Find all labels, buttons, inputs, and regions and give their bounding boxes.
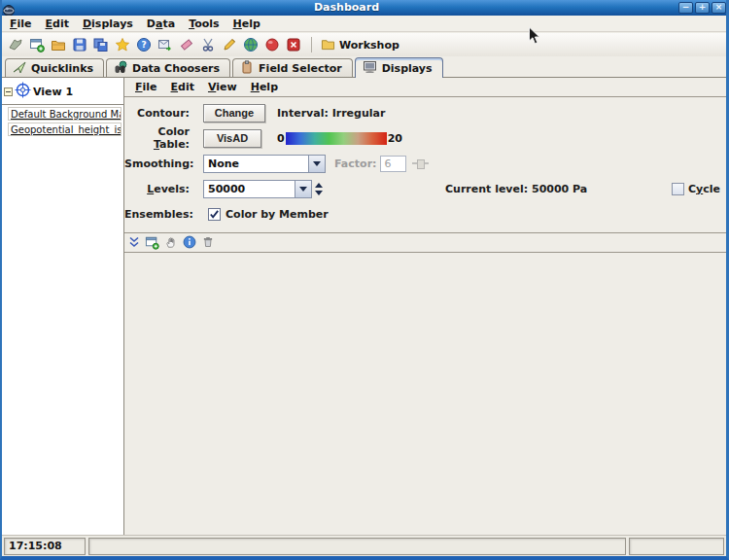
color-range-min: 0 xyxy=(277,132,285,145)
contour-row: Contour: Change Interval: Irregular xyxy=(124,103,720,122)
workshop-label: Workshop xyxy=(339,39,399,52)
contour-interval-text: Interval: Irregular xyxy=(277,107,385,120)
displays-icon xyxy=(363,60,377,77)
levels-label: Levels: xyxy=(124,183,190,195)
panel-menu-view[interactable]: View xyxy=(208,81,237,93)
window-title: Dashboard xyxy=(15,0,678,16)
help-icon[interactable]: ? xyxy=(135,36,153,53)
quicklinks-icon xyxy=(13,60,26,77)
check-icon xyxy=(209,209,220,220)
record-movie-icon[interactable] xyxy=(263,36,281,53)
workshop-button[interactable]: Workshop xyxy=(321,37,399,53)
legend-item-background-maps[interactable]: Default Background Maps xyxy=(8,107,122,121)
color-table-button[interactable]: VisAD xyxy=(203,129,261,148)
color-table-label: Color Table: xyxy=(124,125,190,151)
view-legend-sidebar: View 1 Default Background Maps Geopotent… xyxy=(2,78,124,535)
factor-input[interactable]: 6 xyxy=(380,156,406,172)
cycle-label: Cycle xyxy=(688,183,720,195)
view-compass-icon xyxy=(15,82,31,101)
factor-slider-icon[interactable] xyxy=(412,158,429,168)
menu-file[interactable]: File xyxy=(10,18,32,30)
levels-row: Levels: 50000 Current level: 50000 Pa Cy… xyxy=(124,179,720,198)
cut-icon[interactable] xyxy=(199,36,217,53)
status-bar: 17:15:08 GMT xyxy=(2,535,726,556)
open-file-icon[interactable] xyxy=(50,36,67,53)
new-window-icon[interactable] xyxy=(28,36,46,53)
menu-bar: File Edit Displays Data Tools Help xyxy=(2,16,726,32)
tab-data-choosers[interactable]: Data Choosers xyxy=(106,58,230,77)
info-icon[interactable] xyxy=(182,235,196,250)
smoothing-select[interactable]: None xyxy=(203,155,326,173)
save-favorite-icon[interactable] xyxy=(92,36,110,53)
color-table-preview[interactable] xyxy=(286,132,387,145)
tab-field-selector[interactable]: Field Selector xyxy=(232,58,353,77)
window-controls: − + × xyxy=(678,2,726,14)
current-level-text: Current level: 50000 Pa xyxy=(445,183,587,195)
data-choosers-icon xyxy=(114,60,127,77)
panel-menu-file[interactable]: File xyxy=(135,81,157,93)
menu-edit[interactable]: Edit xyxy=(46,18,69,30)
panel-separator xyxy=(124,252,726,253)
save-icon[interactable] xyxy=(71,36,88,53)
display-control-panel: File Edit View Help Contour: Change Inte… xyxy=(124,78,726,535)
support-request-icon[interactable] xyxy=(156,36,174,53)
menu-help[interactable]: Help xyxy=(233,18,260,30)
menu-data[interactable]: Data xyxy=(147,18,175,30)
workshop-folder-icon xyxy=(321,37,335,53)
dashboard-window: Dashboard − + × File Edit Displays Data … xyxy=(0,0,729,560)
toolbar-separator xyxy=(311,37,312,52)
levels-combobox[interactable]: 50000 xyxy=(203,180,312,198)
panel-menu-help[interactable]: Help xyxy=(251,81,278,93)
content-area: View 1 Default Background Maps Geopotent… xyxy=(2,77,726,535)
delete-trash-icon[interactable] xyxy=(200,235,215,250)
globe-icon[interactable] xyxy=(242,36,260,53)
color-range-max: 20 xyxy=(388,132,402,145)
chevron-down-icon[interactable] xyxy=(295,181,311,197)
pan-hand-icon[interactable] xyxy=(163,235,178,250)
tab-displays[interactable]: Displays xyxy=(355,57,443,78)
tab-bar: Quicklinks Data Choosers Field Selector … xyxy=(2,56,726,77)
choose-data-icon[interactable] xyxy=(7,36,24,53)
cycle-group: Cycle xyxy=(672,183,720,195)
chevron-down-icon[interactable] xyxy=(308,156,325,172)
tree-collapse-icon[interactable] xyxy=(4,88,13,96)
clock-display: 17:15:08 GMT xyxy=(4,538,86,555)
view-tree-node[interactable]: View 1 xyxy=(2,78,123,105)
menu-displays[interactable]: Displays xyxy=(83,18,133,30)
exit-icon[interactable] xyxy=(285,36,302,53)
minimize-button[interactable]: − xyxy=(678,2,693,14)
favorites-star-icon[interactable] xyxy=(114,36,131,53)
ensembles-row: Ensembles: Color by Member xyxy=(124,204,720,224)
tab-quicklinks[interactable]: Quicklinks xyxy=(5,58,104,77)
field-selector-icon xyxy=(240,60,254,77)
menu-tools[interactable]: Tools xyxy=(189,18,219,30)
maximize-button[interactable]: + xyxy=(695,2,710,14)
color-by-member-label: Color by Member xyxy=(226,208,329,221)
edit-pencil-icon[interactable] xyxy=(221,36,238,53)
panel-separator xyxy=(124,232,726,233)
smoothing-row: Smoothing: None Factor: 6 xyxy=(124,154,720,173)
status-message-area xyxy=(88,538,626,555)
titlebar[interactable]: Dashboard − + × xyxy=(0,0,729,16)
panel-menu-bar: File Edit View Help xyxy=(124,78,726,97)
ensembles-label: Ensembles: xyxy=(124,208,190,221)
levels-spinner[interactable] xyxy=(315,183,323,195)
collapse-chevrons-icon[interactable] xyxy=(126,235,141,250)
main-toolbar: ? Workshop xyxy=(2,33,726,56)
svg-text:?: ? xyxy=(141,40,146,50)
app-icon xyxy=(3,2,15,14)
factor-label: Factor: xyxy=(334,158,376,170)
contour-change-button[interactable]: Change xyxy=(203,104,265,122)
cycle-checkbox[interactable] xyxy=(672,183,684,195)
spinner-down-icon[interactable] xyxy=(315,191,323,195)
legend-mini-toolbar xyxy=(126,234,726,250)
new-display-window-icon[interactable] xyxy=(145,235,159,250)
view-label: View 1 xyxy=(33,86,73,98)
legend-item-geopotential-height[interactable]: Geopotential_height_is. ▶ xyxy=(8,122,122,136)
close-button[interactable]: × xyxy=(712,2,726,14)
color-by-member-checkbox[interactable] xyxy=(208,208,221,221)
panel-menu-edit[interactable]: Edit xyxy=(171,81,194,93)
color-table-row: Color Table: VisAD 0 20 xyxy=(124,128,720,148)
spinner-up-icon[interactable] xyxy=(315,183,323,188)
eraser-icon[interactable] xyxy=(178,36,195,53)
